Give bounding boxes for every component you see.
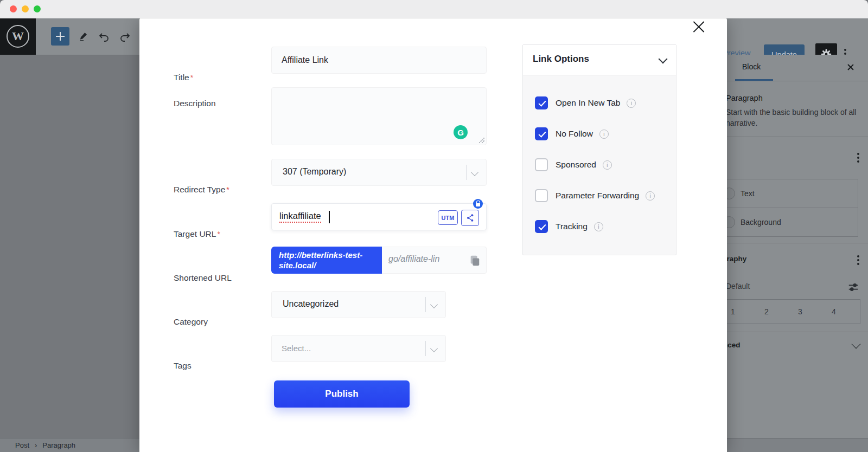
text-cursor	[329, 211, 330, 223]
resize-handle[interactable]	[479, 138, 484, 143]
chevron-down-icon	[471, 169, 478, 176]
font-size-option-1[interactable]: 1	[725, 307, 759, 316]
breadcrumb-separator: ›	[35, 441, 37, 449]
open-in-new-tab-checkbox[interactable]	[535, 96, 548, 109]
divider	[716, 243, 868, 243]
undo-icon[interactable]	[98, 31, 110, 43]
add-block-button[interactable]	[51, 27, 69, 46]
divider	[466, 165, 467, 180]
option-open-in-new-tab: Open In New Tab i	[535, 96, 676, 109]
tags-select[interactable]	[271, 335, 446, 362]
shortened-url-prefix: http://betterlinks-test-site.local/	[271, 247, 382, 274]
tags-input[interactable]	[272, 335, 445, 361]
description-field[interactable]: G	[271, 87, 487, 145]
info-icon[interactable]: i	[627, 99, 636, 108]
font-size-option-4[interactable]: 4	[826, 307, 860, 316]
redirect-type-value: 307 (Temporary)	[283, 167, 346, 177]
block-card-title: Paragraph	[726, 94, 763, 102]
shortened-url-slug: go/affiliate-lin	[388, 254, 439, 264]
option-tracking: Tracking i	[535, 220, 676, 233]
required-asterisk: *	[226, 185, 229, 194]
target-url-label: Target URL*	[174, 229, 220, 239]
info-icon[interactable]: i	[646, 191, 655, 201]
shortened-url-field[interactable]: go/affiliate-lin	[382, 247, 487, 274]
target-url-value: linkaffiliate	[279, 211, 321, 223]
title-label: Title*	[174, 73, 193, 82]
target-url-field[interactable]: linkaffiliate UTM	[271, 203, 487, 230]
required-asterisk: *	[190, 73, 193, 82]
publish-button[interactable]: Publish	[274, 380, 410, 408]
tags-label: Tags	[174, 361, 192, 371]
share-icon	[466, 214, 475, 222]
chevron-down-icon	[430, 301, 438, 308]
edit-pencil-icon[interactable]	[78, 30, 90, 42]
breadcrumb: Post › Paragraph	[15, 441, 75, 449]
shortened-url-label: Shortened URL	[174, 273, 232, 283]
window-zoom-button[interactable]	[34, 5, 41, 12]
link-options-header[interactable]: Link Options	[523, 45, 676, 75]
no-follow-checkbox[interactable]	[535, 127, 548, 140]
info-icon[interactable]: i	[594, 222, 603, 231]
title-field[interactable]	[271, 47, 487, 74]
category-label: Category	[174, 317, 208, 327]
title-input[interactable]	[272, 47, 486, 73]
required-asterisk: *	[217, 230, 220, 238]
betterlinks-edit-link-modal: Title* Description G Redirect Type* 307 …	[139, 18, 727, 452]
breadcrumb-post[interactable]: Post	[15, 441, 29, 449]
window-close-button[interactable]	[10, 5, 17, 12]
color-row-text[interactable]: Text	[719, 179, 858, 208]
color-row-background[interactable]: Background	[719, 208, 858, 236]
divider	[425, 341, 426, 356]
chevron-down-icon[interactable]	[852, 340, 861, 349]
info-icon[interactable]: i	[603, 160, 612, 170]
typography-options-icon[interactable]	[857, 255, 859, 265]
option-sponsored: Sponsored i	[535, 158, 676, 171]
sidebar-close-icon[interactable]	[846, 63, 854, 71]
link-options-panel: Link Options Open In New Tab i No Follow…	[522, 44, 676, 255]
tracking-checkbox[interactable]	[535, 220, 548, 233]
category-select[interactable]: Uncategorized	[271, 291, 446, 318]
utm-button[interactable]: UTM	[438, 210, 458, 225]
font-size-picker: 1 2 3 4	[725, 299, 860, 324]
sidebar-tab-bar: Block	[716, 55, 868, 81]
description-label: Description	[174, 99, 216, 108]
link-options-title: Link Options	[533, 54, 589, 64]
color-options-icon[interactable]	[857, 153, 859, 163]
wordpress-logo-button[interactable]: W	[0, 18, 36, 55]
copy-icon[interactable]	[469, 254, 481, 267]
redirect-type-select[interactable]: 307 (Temporary)	[271, 159, 487, 186]
block-settings-sidebar: Block Paragraph Start with the basic bui…	[716, 55, 868, 438]
window-title-bar	[0, 0, 868, 18]
breadcrumb-paragraph[interactable]: Paragraph	[42, 441, 75, 449]
modal-close-icon[interactable]	[691, 20, 705, 34]
divider	[716, 137, 868, 137]
redirect-type-label: Redirect Type*	[174, 185, 229, 195]
grammarly-icon[interactable]: G	[454, 125, 468, 139]
info-icon[interactable]: i	[599, 130, 609, 139]
description-textarea[interactable]	[272, 88, 486, 145]
font-size-option-2[interactable]: 2	[759, 307, 793, 316]
wordpress-logo-icon: W	[7, 25, 29, 48]
category-value: Uncategorized	[283, 299, 339, 309]
color-rows: Text Background	[718, 179, 858, 237]
chevron-down-icon	[659, 55, 668, 64]
redo-icon[interactable]	[119, 31, 131, 43]
active-tab-underline	[735, 79, 773, 81]
option-no-follow: No Follow i	[535, 127, 676, 140]
window-minimize-button[interactable]	[22, 5, 29, 12]
divider	[425, 297, 426, 312]
share-button[interactable]	[461, 210, 479, 226]
block-card-description: Start with the basic building block of a…	[726, 107, 860, 128]
tab-block[interactable]: Block	[742, 62, 761, 71]
font-family-value: Default	[726, 282, 750, 290]
link-options-body: Open In New Tab i No Follow i Sponsored …	[523, 75, 676, 255]
option-parameter-forwarding: Parameter Forwarding i	[535, 189, 676, 202]
typography-settings-icon[interactable]	[847, 281, 859, 293]
parameter-forwarding-checkbox[interactable]	[535, 189, 548, 202]
divider	[716, 332, 868, 332]
lock-badge-icon	[473, 199, 483, 209]
sponsored-checkbox[interactable]	[535, 158, 548, 171]
font-size-option-3[interactable]: 3	[793, 307, 826, 316]
